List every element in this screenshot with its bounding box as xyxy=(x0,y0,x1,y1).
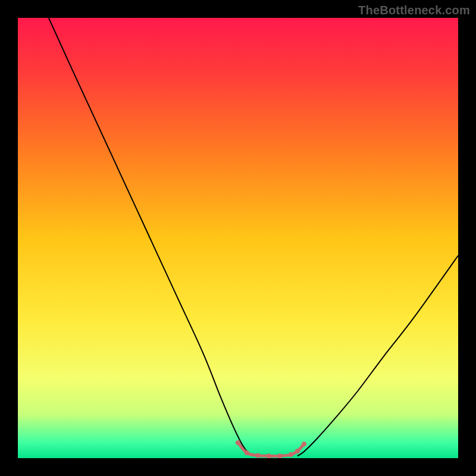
bottleneck-chart xyxy=(18,18,458,458)
chart-frame: TheBottleneck.com xyxy=(0,0,476,476)
watermark-text: TheBottleneck.com xyxy=(358,4,470,17)
marker-flat-dots xyxy=(255,453,260,458)
marker-flat-dots xyxy=(302,441,306,446)
chart-background xyxy=(18,18,458,458)
marker-flat-dots xyxy=(295,449,300,453)
marker-flat-dots xyxy=(277,453,282,458)
marker-flat-dots xyxy=(289,452,293,457)
marker-flat-dots xyxy=(236,440,240,445)
marker-flat-dots xyxy=(267,453,271,458)
marker-flat-dots xyxy=(245,450,249,455)
